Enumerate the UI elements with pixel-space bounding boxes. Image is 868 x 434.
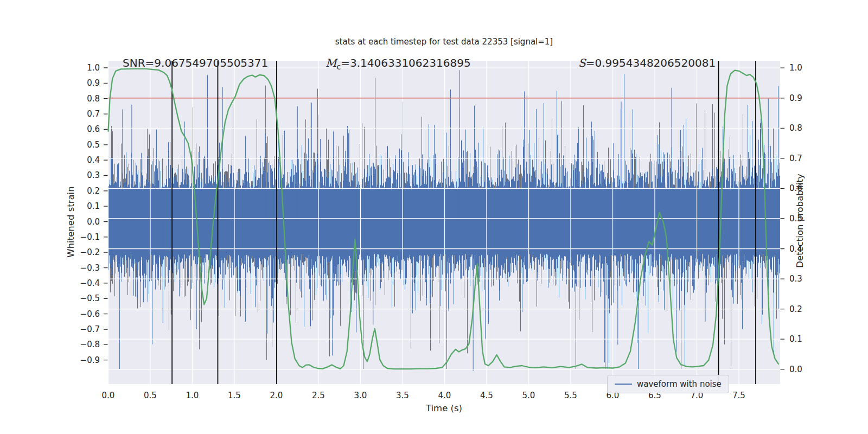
y-axis-label-right: Detection probability xyxy=(795,174,805,267)
y-tick-label-right: 0.0 xyxy=(789,365,802,374)
y-tick-label-left: −0.8 xyxy=(80,340,100,349)
annotation-snr: SNR=9.067549705505371 xyxy=(123,56,268,69)
x-tick-label: 4.0 xyxy=(438,391,451,400)
annotation-snr-name: SNR xyxy=(123,56,145,69)
y-tick-label-left: 1.0 xyxy=(87,63,100,73)
y-tick-label-left: −0.2 xyxy=(80,247,100,257)
figure: 1.00.90.80.70.60.50.40.30.20.10.0−0.1−0.… xyxy=(0,0,868,434)
y-tick-label-right: 0.7 xyxy=(789,154,802,163)
annotation-s-symbol: S xyxy=(578,56,586,69)
y-tick-label-left: −0.7 xyxy=(80,324,100,334)
y-tick-label-left: 0.8 xyxy=(87,94,100,104)
y-tick-label-right: 1.0 xyxy=(789,63,802,73)
x-tick-label: 3.0 xyxy=(354,391,367,400)
x-tick-label: 1.5 xyxy=(228,391,241,400)
annotation-mc-symbol: M xyxy=(326,56,336,69)
annotation-snr-value: =9.067549705505371 xyxy=(145,56,269,69)
y-tick-label-left: 0.1 xyxy=(87,201,100,211)
y-tick-label-left: −0.1 xyxy=(80,232,100,242)
x-tick-label: 0.0 xyxy=(102,391,115,400)
y-tick-label-right: 0.3 xyxy=(789,274,802,284)
y-tick-label-right: 0.9 xyxy=(789,93,802,103)
y-tick-label-left: 0.7 xyxy=(87,109,100,119)
x-tick-label: 0.5 xyxy=(144,391,157,400)
x-tick-label: 4.5 xyxy=(480,391,493,400)
y-tick-label-left: −0.3 xyxy=(80,263,100,273)
legend-label: waveform with noise xyxy=(637,379,722,389)
x-tick-label: 1.0 xyxy=(186,391,199,400)
x-tick-label: 5.5 xyxy=(564,391,577,400)
y-tick-label-left: 0.2 xyxy=(87,186,100,196)
x-tick-label: 7.5 xyxy=(732,391,745,400)
legend: waveform with noise xyxy=(607,375,729,393)
y-tick-label-left: −0.5 xyxy=(80,293,100,303)
x-tick-label: 2.5 xyxy=(312,391,325,400)
annotation-mc-value: =3.1406331062316895 xyxy=(341,56,470,69)
y-tick-label-left: −0.9 xyxy=(80,355,100,365)
annotation-chirp-mass: Mc=3.1406331062316895 xyxy=(326,56,471,71)
y-tick-label-left: 0.9 xyxy=(87,78,100,88)
chart-title: stats at each timestep for test data 223… xyxy=(108,37,780,47)
annotation-s: S=0.9954348206520081 xyxy=(578,56,716,69)
y-tick-label-left: 0.3 xyxy=(87,170,100,180)
x-axis-label: Time (s) xyxy=(108,403,780,413)
y-tick-label-left: −0.6 xyxy=(80,309,100,319)
y-tick-label-left: −0.4 xyxy=(80,278,100,288)
legend-line-swatch xyxy=(615,384,632,385)
annotation-s-value: =0.9954348206520081 xyxy=(586,56,716,69)
y-tick-label-left: 0.5 xyxy=(87,140,100,150)
y-tick-label-right: 0.2 xyxy=(789,304,802,314)
y-axis-label-left: Whitened strain xyxy=(66,186,76,257)
x-tick-label: 3.5 xyxy=(396,391,409,400)
y-tick-label-right: 0.1 xyxy=(789,334,802,344)
y-tick-label-left: 0.0 xyxy=(87,217,100,227)
y-tick-label-left: 0.6 xyxy=(87,124,100,134)
y-tick-label-left: 0.4 xyxy=(87,155,100,165)
y-tick-label-right: 0.8 xyxy=(789,123,802,133)
x-tick-label: 5.0 xyxy=(522,391,535,400)
x-tick-label: 2.0 xyxy=(270,391,283,400)
